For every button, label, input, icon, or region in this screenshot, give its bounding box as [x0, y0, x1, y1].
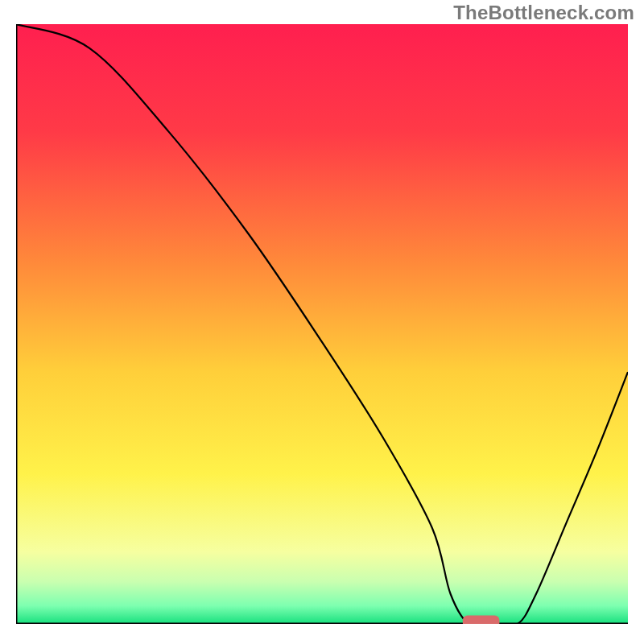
chart-container: TheBottleneck.com	[0, 0, 644, 644]
optimal-marker	[463, 616, 500, 624]
plot-area	[16, 24, 628, 624]
chart-svg	[16, 24, 628, 624]
watermark-label: TheBottleneck.com	[453, 2, 634, 24]
gradient-background	[16, 24, 628, 624]
